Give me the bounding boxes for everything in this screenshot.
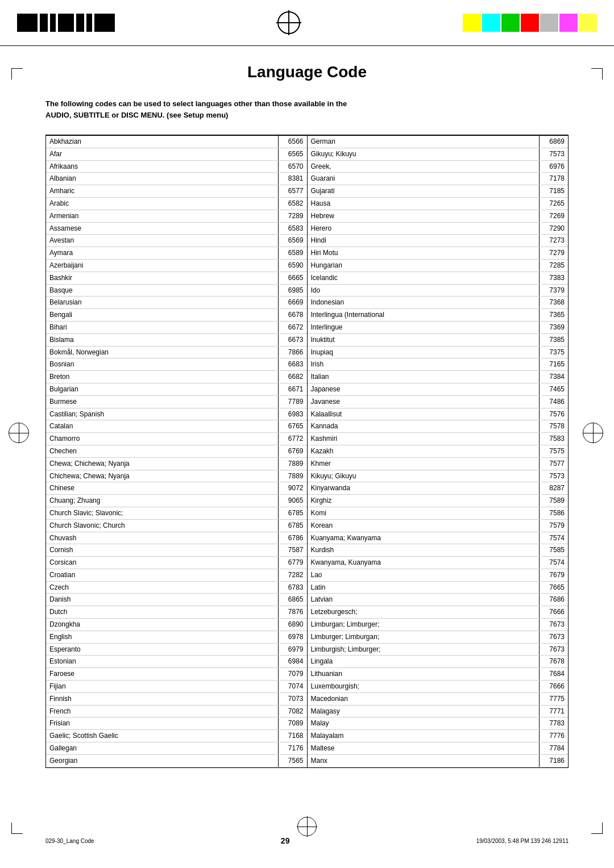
lang-name: Afrikaans [46,161,279,173]
lang-name: Belarusian [46,297,279,308]
desc-line1: The following codes can be used to selec… [45,99,347,108]
lang-code: 6671 [279,383,307,395]
lang-code: 7369 [540,322,568,333]
lang-code: 6783 [279,582,307,594]
table-row: Herero7290 [308,223,569,235]
lang-code: 7465 [540,383,568,395]
table-row: Kuanyama; Kwanyama7574 [308,532,569,545]
table-row: Kalaallisut7576 [308,408,569,421]
lang-code: 7265 [540,198,568,210]
lang-name: Chewa; Chichewa; Nyanja [46,458,279,470]
lang-name: Corsican [46,557,279,569]
table-row: Kwanyama, Kuanyama7574 [308,557,569,569]
table-row: Estonian6984 [46,656,307,668]
table-row: Interlingua (International7365 [308,309,569,322]
lang-name: Aymara [46,247,279,259]
swatch-gray [540,14,558,32]
table-row: Bulgarian6671 [46,383,307,396]
table-row: German6869 [308,136,569,148]
lang-code: 7583 [540,433,568,445]
lang-name: Dutch [46,606,279,618]
table-row: English6978 [46,631,307,644]
lang-name: Kalaallisut [308,408,540,420]
lang-code: 7178 [540,173,568,185]
lang-name: Hindi [308,235,540,247]
lang-name: Irish [308,358,540,370]
lang-name: Latin [308,582,540,594]
table-row: Kazakh7575 [308,445,569,458]
lang-code: 7285 [540,260,568,272]
table-row: Church Slavic; Slavonic;6785 [46,507,307,520]
lang-name: Javanese [308,396,540,408]
lang-name: Kuanyama; Kwanyama [308,532,540,544]
lang-name: Bashkir [46,272,279,284]
lang-code: 7876 [279,606,307,618]
lang-name: Limburgish; Limburger; [308,644,540,656]
table-row: Georgian7565 [46,755,307,767]
table-row: Czech6783 [46,582,307,594]
lang-name: Breton [46,371,279,383]
black-bar-2 [40,14,48,32]
lang-name: Kannada [308,420,540,432]
swatch-lightyellow [579,14,597,32]
table-row: Inuktitut7385 [308,334,569,347]
lang-name: Interlingua (International [308,309,540,321]
table-row: Gikuyu; Kikuyu7573 [308,148,569,161]
lang-name: Japanese [308,383,540,395]
table-row: Amharic6577 [46,185,307,198]
lang-code: 6570 [279,161,307,173]
table-row: Hindi7273 [308,235,569,247]
lang-name: Limburgan; Limburger; [308,619,540,631]
lang-name: Amharic [46,185,279,197]
lang-name: Castilian; Spanish [46,408,279,420]
lang-code: 6983 [279,408,307,420]
lang-code: 7574 [540,557,568,569]
table-row: Bashkir6665 [46,272,307,285]
lang-name: Fijian [46,681,279,692]
lang-code: 7586 [540,507,568,519]
lang-name: Malayalam [308,730,540,742]
color-swatches [463,14,597,32]
table-row: Finnish7073 [46,693,307,706]
lang-name: Kashmiri [308,433,540,445]
language-table: Abkhazian6566Afar6565Afrikaans6570Albani… [45,135,569,768]
table-row: Gaelic; Scottish Gaelic7168 [46,730,307,742]
lang-code: 7383 [540,272,568,284]
description: The following codes can be used to selec… [45,98,569,120]
lang-name: Korean [308,520,540,532]
table-row: Irish7165 [308,358,569,371]
lang-code: 7684 [540,668,568,680]
lang-code: 7089 [279,717,307,729]
lang-code: 7379 [540,285,568,297]
table-row: Kashmiri7583 [308,433,569,445]
lang-code: 6582 [279,198,307,210]
lang-name: Cornish [46,544,279,556]
lang-code: 6678 [279,309,307,321]
table-row: Croatian7282 [46,569,307,582]
table-row: Dzongkha6890 [46,619,307,631]
black-bar-1 [17,14,38,32]
table-row: Cornish7587 [46,544,307,557]
table-row: Hiri Motu7279 [308,247,569,260]
table-row: Komi7586 [308,507,569,520]
lang-name: Czech [46,582,279,594]
table-row: Castilian; Spanish6983 [46,408,307,421]
lang-code: 7079 [279,668,307,680]
lang-code: 8381 [279,173,307,185]
table-row: Manx7186 [308,755,569,767]
table-row: Arabic6582 [46,198,307,210]
left-crosshair-circle [9,423,29,443]
desc-line2: AUDIO, SUBTITLE or DISC MENU. (see Setup… [45,111,228,119]
table-row: Malay7783 [308,717,569,730]
lang-code: 7290 [540,223,568,235]
table-row: Catalan6765 [46,420,307,433]
table-row: Hungarian7285 [308,260,569,272]
lang-name: Kikuyu; Gikuyu [308,470,540,482]
lang-name: Faroese [46,668,279,680]
lang-code: 6984 [279,656,307,667]
table-row: Greek,6976 [308,161,569,173]
lang-name: Chinese [46,482,279,494]
lang-code: 7186 [540,755,568,767]
table-row: Assamese6583 [46,223,307,235]
footer-filename: 029-30_Lang Code [45,838,94,844]
